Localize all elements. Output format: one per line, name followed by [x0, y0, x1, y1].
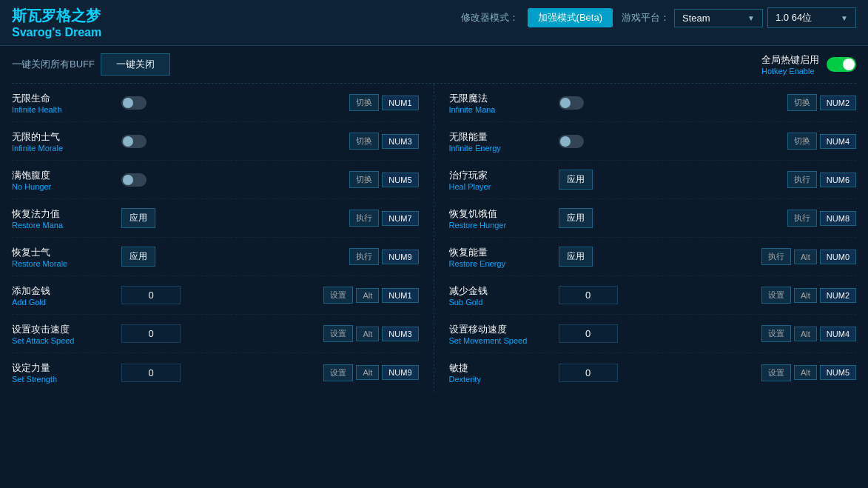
list-item: 添加金钱Add Gold设置AltNUM1 — [12, 276, 419, 315]
list-item: 无限生命Infinite Health切换NUM1 — [12, 84, 419, 122]
hotkey-group: 执行AltNUM0 — [761, 248, 856, 265]
hotkey-key[interactable]: NUM5 — [382, 173, 418, 187]
hotkey-action-label[interactable]: 切换 — [349, 171, 379, 188]
hotkey-modifier[interactable]: Alt — [794, 250, 817, 264]
apply-button[interactable]: 应用 — [121, 247, 155, 267]
feature-name-cn: 设置攻击速度 — [12, 323, 115, 336]
hotkey-key[interactable]: NUM1 — [382, 96, 418, 110]
hotkey-key[interactable]: NUM0 — [820, 250, 856, 264]
hotkey-section: 全局热键启用 Hotkey Enable — [761, 53, 856, 76]
hotkey-action-label[interactable]: 执行 — [349, 248, 379, 265]
feature-name-block: 添加金钱Add Gold — [12, 284, 115, 307]
hotkey-modifier[interactable]: Alt — [356, 365, 379, 380]
hotkey-key[interactable]: NUM7 — [382, 211, 418, 226]
feature-name-cn: 无限生命 — [12, 92, 115, 105]
top-bar: 一键关闭所有BUFF 一键关闭 全局热键启用 Hotkey Enable — [12, 46, 856, 84]
hotkey-modifier[interactable]: Alt — [356, 288, 379, 303]
hotkey-action-label[interactable]: 切换 — [787, 133, 817, 150]
hotkey-key[interactable]: NUM3 — [382, 327, 418, 341]
value-input[interactable] — [559, 364, 618, 382]
feature-name-en: Set Strength — [12, 375, 115, 384]
hotkey-action-label[interactable]: 执行 — [787, 210, 817, 227]
version-dropdown[interactable]: 1.0 64位 ▼ — [767, 7, 856, 28]
hotkey-modifier[interactable]: Alt — [356, 327, 379, 341]
value-input[interactable] — [559, 324, 618, 343]
hotkey-action-label[interactable]: 执行 — [349, 210, 379, 227]
hotkey-key[interactable]: NUM3 — [382, 134, 418, 149]
list-item: 满饱腹度No Hunger切换NUM5 — [12, 161, 419, 199]
feature-name-en: Sub Gold — [449, 298, 553, 307]
hotkey-action-label[interactable]: 切换 — [349, 133, 379, 150]
hotkey-group: 执行NUM8 — [787, 210, 856, 227]
feature-name-cn: 恢复能量 — [449, 246, 553, 259]
hotkey-key[interactable]: NUM5 — [820, 365, 856, 380]
hotkey-key[interactable]: NUM4 — [820, 134, 856, 149]
feature-name-en: Restore Hunger — [449, 221, 553, 230]
hotkey-action-label[interactable]: 设置 — [761, 325, 791, 342]
feature-toggle[interactable] — [121, 135, 147, 148]
feature-name-cn: 无限魔法 — [449, 92, 553, 105]
hotkey-action-label[interactable]: 设置 — [323, 364, 353, 381]
feature-name-en: Dexterity — [449, 375, 553, 384]
list-item: 恢复饥饿值Restore Hunger应用执行NUM8 — [449, 199, 857, 238]
value-input[interactable] — [559, 286, 618, 304]
right-column: 无限魔法Infinite Mana切换NUM2无限能量Infinite Ener… — [434, 84, 857, 392]
hotkey-key[interactable]: NUM2 — [820, 96, 856, 110]
mode-button[interactable]: 加强模式(Beta) — [528, 8, 613, 27]
list-item: 敏捷Dexterity设置AltNUM5 — [449, 353, 857, 392]
platform-label: 游戏平台： — [622, 11, 670, 24]
chevron-down-icon: ▼ — [841, 14, 848, 22]
apply-button[interactable]: 应用 — [559, 247, 593, 267]
list-item: 减少金钱Sub Gold设置AltNUM2 — [449, 276, 857, 315]
hotkey-modifier[interactable]: Alt — [794, 365, 817, 380]
hotkey-group: 设置AltNUM9 — [323, 364, 418, 381]
apply-button[interactable]: 应用 — [121, 208, 155, 228]
hotkey-modifier[interactable]: Alt — [794, 327, 817, 341]
hotkey-action-label[interactable]: 执行 — [761, 248, 791, 265]
feature-name-block: 无限生命Infinite Health — [12, 92, 115, 114]
list-item: 恢复能量Restore Energy应用执行AltNUM0 — [449, 238, 857, 276]
hotkey-key[interactable]: NUM4 — [820, 327, 856, 341]
hotkey-action-label[interactable]: 切换 — [787, 94, 817, 111]
feature-toggle[interactable] — [559, 135, 584, 148]
hotkey-action-label[interactable]: 设置 — [761, 287, 791, 304]
value-input[interactable] — [121, 324, 181, 343]
hotkey-key[interactable]: NUM1 — [382, 288, 418, 303]
hotkey-group: 切换NUM5 — [349, 171, 418, 188]
apply-button[interactable]: 应用 — [559, 170, 593, 190]
hotkey-group: 设置AltNUM2 — [761, 287, 856, 304]
feature-name-cn: 设定力量 — [12, 361, 115, 375]
hotkey-key[interactable]: NUM9 — [382, 365, 418, 380]
hotkey-action-label[interactable]: 执行 — [787, 171, 817, 188]
close-all-button[interactable]: 一键关闭 — [101, 53, 170, 76]
list-item: 无限的士气Infinite Morale切换NUM3 — [12, 122, 419, 161]
feature-toggle[interactable] — [121, 173, 147, 187]
list-item: 恢复法力值Restore Mana应用执行NUM7 — [12, 199, 419, 238]
platform-dropdown[interactable]: Steam ▼ — [674, 9, 763, 27]
hotkey-group: 切换NUM1 — [349, 94, 418, 111]
apply-button[interactable]: 应用 — [559, 208, 593, 228]
hotkey-toggle[interactable] — [827, 57, 856, 72]
value-input[interactable] — [121, 364, 181, 382]
feature-name-en: Infinite Morale — [12, 144, 115, 153]
hotkey-action-label[interactable]: 设置 — [323, 325, 353, 342]
hotkey-key[interactable]: NUM2 — [820, 288, 856, 303]
feature-name-en: Infinite Mana — [449, 105, 553, 114]
feature-name-cn: 无限的士气 — [12, 130, 115, 144]
hotkey-action-label[interactable]: 设置 — [323, 287, 353, 304]
value-input[interactable] — [121, 286, 181, 304]
feature-name-block: 无限魔法Infinite Mana — [449, 92, 553, 114]
hotkey-key[interactable]: NUM8 — [820, 211, 856, 226]
hotkey-modifier[interactable]: Alt — [794, 288, 817, 303]
hotkey-action-label[interactable]: 设置 — [761, 364, 791, 381]
hotkey-action-label[interactable]: 切换 — [349, 94, 379, 111]
hotkey-key[interactable]: NUM9 — [382, 250, 418, 264]
feature-name-cn: 设置移动速度 — [449, 323, 553, 336]
feature-toggle[interactable] — [559, 96, 584, 110]
feature-toggle[interactable] — [121, 96, 147, 110]
hotkey-group: 设置AltNUM3 — [323, 325, 418, 342]
feature-name-en: Add Gold — [12, 298, 115, 307]
hotkey-key[interactable]: NUM6 — [820, 173, 856, 187]
feature-name-block: 治疗玩家Heal Player — [449, 169, 553, 191]
title-cn: 斯瓦罗格之梦 — [12, 7, 101, 24]
